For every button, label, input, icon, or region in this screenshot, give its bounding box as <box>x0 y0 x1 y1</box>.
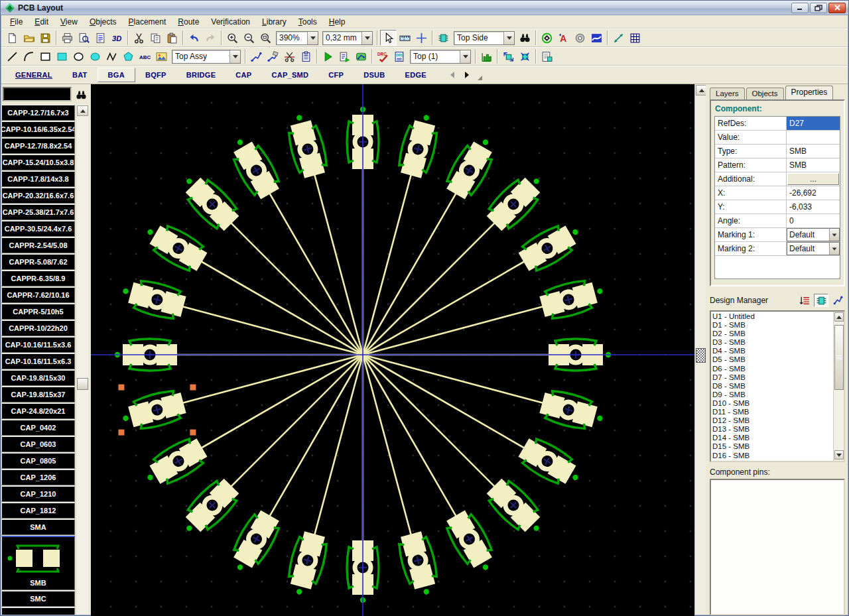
pattern-item-cap-19.8/15x37[interactable]: CAP-19.8/15x37 <box>1 387 75 402</box>
pattern-item-cappr-6.35/8.9[interactable]: CAPPR-6.35/8.9 <box>1 271 75 286</box>
component-footprint-smb[interactable] <box>538 275 606 322</box>
scrollbar-thumb[interactable] <box>77 378 88 390</box>
component-footprint-smb[interactable] <box>119 387 187 434</box>
draw-layer-combo[interactable]: Top Assy <box>172 50 241 64</box>
drc-report-button[interactable]: DRC <box>391 48 408 64</box>
highlight-via-button[interactable] <box>539 30 555 46</box>
selection-handle[interactable] <box>118 385 124 391</box>
pattern-item-capp-17.8/14x3.8[interactable]: CAPP-17.8/14x3.8 <box>1 171 75 187</box>
property-dropdown[interactable]: Default <box>787 228 840 241</box>
titles-sheet-button[interactable] <box>92 30 109 46</box>
design-manager-item[interactable]: D13 - SMB <box>712 425 832 434</box>
update-components-button[interactable] <box>517 48 533 64</box>
pattern-item-cap_1210[interactable]: CAP_1210 <box>1 486 75 502</box>
new-document-button[interactable] <box>4 30 21 46</box>
library-tab-dsub[interactable]: DSUB <box>354 68 395 82</box>
chevron-down-icon[interactable] <box>503 32 514 44</box>
design-manager-item[interactable]: D1 - SMB <box>712 321 832 330</box>
nets-view-button[interactable] <box>830 294 845 307</box>
library-tab-edge[interactable]: EDGE <box>395 68 436 82</box>
draw-filled-rectangle-button[interactable] <box>54 48 70 64</box>
component-list-button[interactable] <box>539 48 555 64</box>
library-tab-cfp[interactable]: CFP <box>318 68 354 82</box>
pattern-item-smc[interactable]: SMC <box>1 591 75 607</box>
route-interactive-button[interactable] <box>265 48 281 64</box>
property-value[interactable]: ... <box>787 173 839 185</box>
chevron-down-icon[interactable] <box>361 32 372 44</box>
auto-align-button[interactable]: A <box>555 30 572 46</box>
pattern-item-sma[interactable]: SMA <box>1 519 75 535</box>
draw-filled-ellipse-button[interactable] <box>87 48 103 64</box>
draw-polygon-button[interactable] <box>120 48 137 64</box>
menu-route[interactable]: Route <box>172 16 205 28</box>
origin-tool-button[interactable] <box>413 30 430 46</box>
property-value[interactable]: SMB <box>787 158 840 172</box>
component-footprint-smb[interactable] <box>395 111 442 179</box>
design-manager-item[interactable]: D4 - SMB <box>712 347 832 355</box>
component-footprint-smb[interactable] <box>225 132 284 202</box>
library-tab-bqfp[interactable]: BQFP <box>135 68 176 82</box>
pattern-item-cap-24.8/20x21[interactable]: CAP-24.8/20x21 <box>1 403 75 419</box>
design-manager-item[interactable]: D5 - SMB <box>712 355 832 364</box>
design-manager-item[interactable]: D15 - SMB <box>712 442 832 451</box>
pattern-item-cap_1812[interactable]: CAP_1812 <box>1 503 75 519</box>
design-manager-item[interactable]: D14 - SMB <box>712 434 832 442</box>
update-from-schematic-button[interactable] <box>500 48 517 64</box>
route-layer-combo[interactable]: Top (1) <box>410 50 471 64</box>
open-file-button[interactable] <box>21 30 37 46</box>
find-component-button[interactable] <box>517 30 533 46</box>
component-footprint-smb[interactable] <box>283 530 330 598</box>
place-text-button[interactable]: ABC <box>137 48 153 64</box>
zoom-out-button[interactable] <box>241 30 257 46</box>
component-pins-list[interactable] <box>710 479 845 615</box>
pattern-item-cap-10.16/11.5x3.6[interactable]: CAP-10.16/11.5x3.6 <box>1 337 75 353</box>
pattern-item-cappr-10/22h20[interactable]: CAPPR-10/22h20 <box>1 320 75 336</box>
component-footprint-smb[interactable] <box>140 434 210 493</box>
library-tab-general[interactable]: GENERAL <box>5 68 62 82</box>
save-file-button[interactable] <box>37 30 54 46</box>
menu-objects[interactable]: Objects <box>84 16 123 28</box>
menu-tools[interactable]: Tools <box>293 16 323 28</box>
pattern-item-cap-19.8/15x30[interactable]: CAP-19.8/15x30 <box>1 370 75 386</box>
select-tool-button[interactable] <box>380 30 397 46</box>
pattern-item-cap-10.16/11.5x6.3[interactable]: CAP-10.16/11.5x6.3 <box>1 353 75 369</box>
tab-scroll-right-icon[interactable] <box>460 68 474 82</box>
inspector-tab-layers[interactable]: Layers <box>710 88 745 99</box>
component-footprint-smb[interactable] <box>283 111 330 179</box>
3d-preview-button[interactable]: 3D <box>109 30 125 46</box>
property-dropdown[interactable]: Default <box>787 242 840 255</box>
inspector-tab-properties[interactable]: Properties <box>785 86 834 99</box>
pattern-item-clipped[interactable] <box>1 607 75 615</box>
place-picture-button[interactable] <box>153 48 170 64</box>
minimize-button[interactable] <box>791 3 809 13</box>
component-footprint-smb[interactable] <box>119 275 187 322</box>
autorouter-setup-button[interactable] <box>336 48 353 64</box>
library-tab-bridge[interactable]: BRIDGE <box>176 68 226 82</box>
design-manager-item[interactable]: D3 - SMB <box>712 338 832 347</box>
property-value[interactable]: SMB <box>787 145 840 158</box>
component-footprint-smb[interactable] <box>515 217 586 276</box>
draw-line-button[interactable] <box>4 48 21 64</box>
net-manager-button[interactable] <box>353 48 369 64</box>
property-value[interactable]: 0 <box>787 214 840 227</box>
pattern-list-scrollbar[interactable] <box>76 105 88 615</box>
run-autorouter-button[interactable] <box>320 48 336 64</box>
chevron-down-icon[interactable] <box>829 243 839 255</box>
design-manager-item[interactable]: D17 - SMB <box>712 460 832 462</box>
design-manager-item[interactable]: D10 - SMB <box>712 399 832 408</box>
menu-edit[interactable]: Edit <box>29 16 54 28</box>
pattern-item-capp-15.24/10.5x3.8[interactable]: CAPP-15.24/10.5x3.8 <box>1 154 75 170</box>
zoom-level-combo[interactable]: 390% <box>276 31 318 45</box>
pattern-item-smb[interactable]: SMB <box>1 536 75 590</box>
design-manager-scrollbar[interactable] <box>833 312 844 461</box>
design-manager-item[interactable]: D6 - SMB <box>712 365 832 373</box>
draw-arc-button[interactable] <box>21 48 37 64</box>
menu-verification[interactable]: Verification <box>205 16 256 28</box>
cut-button[interactable] <box>131 30 147 46</box>
pattern-item-cappr-5/10h5[interactable]: CAPPR-5/10h5 <box>1 304 75 320</box>
scroll-up-icon[interactable] <box>834 312 844 322</box>
grid-size-combo[interactable]: 0,32 mm <box>322 31 373 45</box>
tab-scroll-left-icon[interactable] <box>446 68 459 82</box>
scrollbar-thumb[interactable] <box>834 325 844 390</box>
zoom-window-button[interactable] <box>257 30 274 46</box>
